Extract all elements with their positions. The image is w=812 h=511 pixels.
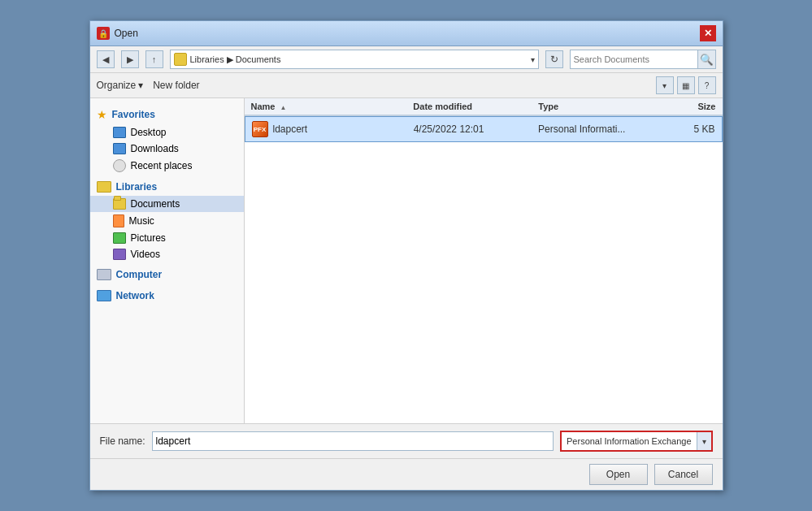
search-box[interactable]: 🔍 <box>570 50 716 69</box>
desktop-icon <box>113 127 126 138</box>
sidebar-item-documents[interactable]: Documents <box>90 196 244 212</box>
libraries-section: Libraries Documents Music Pictures Video… <box>90 178 244 262</box>
view-dropdown-button[interactable]: ▾ <box>656 76 674 94</box>
address-folder-icon <box>174 53 187 66</box>
action-bar: Organize ▾ New folder ▾ ▦ ? <box>90 73 723 98</box>
computer-section: Computer <box>90 266 244 284</box>
downloads-label: Downloads <box>131 143 179 154</box>
videos-icon <box>113 249 126 260</box>
favorites-label: Favorites <box>112 109 155 120</box>
up-button[interactable]: ↑ <box>145 50 163 68</box>
main-content: ★ Favorites Desktop Downloads Recent pla… <box>90 98 723 423</box>
network-section: Network <box>90 287 244 305</box>
music-label: Music <box>129 215 154 227</box>
favorites-section: ★ Favorites Desktop Downloads Recent pla… <box>90 105 244 175</box>
sidebar-item-music[interactable]: Music <box>90 212 244 230</box>
view-help-button[interactable]: ? <box>698 76 716 94</box>
libraries-label: Libraries <box>116 181 158 193</box>
sidebar: ★ Favorites Desktop Downloads Recent pla… <box>90 98 245 423</box>
libraries-icon <box>97 181 111 193</box>
col-header-size[interactable]: Size <box>657 98 722 115</box>
filetype-text: Personal Information Exchange <box>562 436 696 446</box>
file-type-cell: Personal Informati... <box>532 122 656 136</box>
organize-button[interactable]: Organize ▾ <box>97 80 144 91</box>
filename-label: File name: <box>100 435 145 447</box>
favorites-header[interactable]: ★ Favorites <box>90 105 244 124</box>
app-icon: 🔒 <box>97 27 110 40</box>
computer-header[interactable]: Computer <box>90 266 244 284</box>
view-grid-button[interactable]: ▦ <box>677 76 695 94</box>
file-row[interactable]: PFX ldapcert 4/25/2022 12:01 Personal In… <box>245 116 723 142</box>
filetype-dropdown-arrow[interactable]: ▾ <box>697 432 711 450</box>
address-dropdown-arrow[interactable]: ▾ <box>531 55 535 64</box>
new-folder-button[interactable]: New folder <box>153 80 199 91</box>
navigation-toolbar: ◀ ▶ ↑ Libraries ▶ Documents ▾ ↻ 🔍 <box>90 46 723 73</box>
col-header-date[interactable]: Date modified <box>406 98 532 115</box>
sidebar-item-recent-places[interactable]: Recent places <box>90 157 244 175</box>
pictures-label: Pictures <box>131 232 166 244</box>
network-header[interactable]: Network <box>90 287 244 305</box>
sidebar-item-videos[interactable]: Videos <box>90 246 244 262</box>
search-input[interactable] <box>571 54 697 64</box>
filetype-dropdown[interactable]: Personal Information Exchange ▾ <box>560 431 712 452</box>
pictures-icon <box>113 232 126 244</box>
recent-places-label: Recent places <box>131 160 193 171</box>
documents-icon <box>113 198 126 210</box>
new-folder-label: New folder <box>153 80 199 91</box>
recent-places-icon <box>113 159 126 172</box>
libraries-header[interactable]: Libraries <box>90 178 244 196</box>
file-name: ldapcert <box>273 123 308 135</box>
address-bar[interactable]: Libraries ▶ Documents ▾ <box>170 50 539 69</box>
title-bar: 🔒 Open ✕ <box>90 21 723 46</box>
col-header-type[interactable]: Type <box>532 98 657 115</box>
desktop-label: Desktop <box>131 127 167 138</box>
music-icon <box>113 214 124 227</box>
file-list-header: Name ▲ Date modified Type Size <box>245 98 723 116</box>
file-name-cell: PFX ldapcert <box>245 119 407 139</box>
file-date-cell: 4/25/2022 12:01 <box>407 122 532 136</box>
file-area: Name ▲ Date modified Type Size PFX ldapc… <box>245 98 723 423</box>
sidebar-item-downloads[interactable]: Downloads <box>90 141 244 157</box>
sidebar-item-desktop[interactable]: Desktop <box>90 124 244 141</box>
back-button[interactable]: ◀ <box>97 50 115 68</box>
computer-label: Computer <box>116 269 163 280</box>
forward-button[interactable]: ▶ <box>121 50 139 68</box>
close-button[interactable]: ✕ <box>700 25 716 41</box>
organize-label: Organize <box>97 80 137 91</box>
downloads-icon <box>113 143 126 154</box>
organize-arrow: ▾ <box>138 80 143 91</box>
search-button[interactable]: 🔍 <box>697 50 715 68</box>
computer-icon <box>97 269 111 280</box>
documents-label: Documents <box>131 198 180 210</box>
network-icon <box>97 290 111 301</box>
filename-bar: File name: Personal Information Exchange… <box>90 423 723 458</box>
favorites-star-icon: ★ <box>97 108 107 121</box>
videos-label: Videos <box>131 249 160 260</box>
address-text: Libraries ▶ Documents <box>190 54 528 65</box>
pfx-icon: PFX <box>252 121 268 137</box>
dialog-title: Open <box>115 28 138 39</box>
dialog-buttons: Open Cancel <box>90 458 723 490</box>
filename-input[interactable] <box>152 431 554 451</box>
network-label: Network <box>116 290 154 301</box>
cancel-button[interactable]: Cancel <box>654 464 713 485</box>
view-controls: ▾ ▦ ? <box>656 76 716 94</box>
open-button[interactable]: Open <box>589 464 648 485</box>
open-dialog: 🔒 Open ✕ ◀ ▶ ↑ Libraries ▶ Documents ▾ ↻… <box>89 20 723 491</box>
refresh-button[interactable]: ↻ <box>545 50 563 68</box>
col-header-name[interactable]: Name ▲ <box>245 98 407 115</box>
title-bar-left: 🔒 Open <box>97 27 138 40</box>
sort-arrow: ▲ <box>280 104 287 111</box>
file-size-cell: 5 KB <box>656 122 721 136</box>
sidebar-item-pictures[interactable]: Pictures <box>90 230 244 246</box>
